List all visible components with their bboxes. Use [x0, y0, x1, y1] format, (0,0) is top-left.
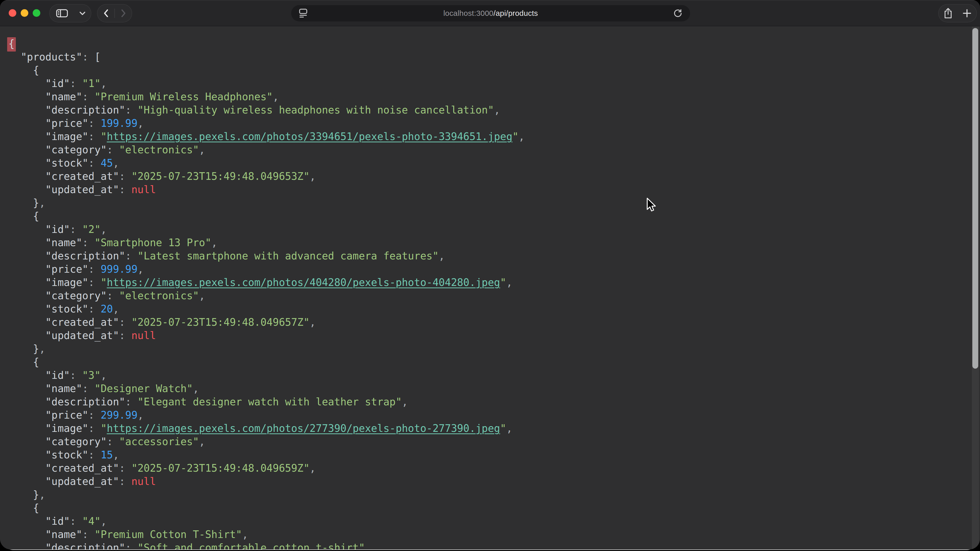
- share-icon: [944, 8, 952, 19]
- tab-group-chevron-button[interactable]: [74, 5, 91, 22]
- json-line: "name": "Designer Watch",: [8, 382, 525, 395]
- json-line: "description": "Soft and comfortable cot…: [8, 541, 525, 549]
- new-tab-button[interactable]: [958, 5, 976, 22]
- json-line: "created_at": "2025-07-23T15:49:48.04965…: [8, 462, 525, 475]
- json-token: "image": [45, 276, 89, 288]
- json-token: [8, 303, 45, 315]
- plus-icon: [963, 9, 971, 17]
- json-token: "category": [45, 436, 107, 448]
- json-token: {: [33, 356, 39, 368]
- json-token: "image": [45, 130, 89, 142]
- json-line: {: [8, 501, 525, 514]
- json-token: "Premium Wireless Headphones": [94, 91, 272, 103]
- json-token: [8, 104, 45, 116]
- forward-button[interactable]: [115, 5, 132, 22]
- json-line: "description": "Elegant designer watch w…: [8, 395, 525, 408]
- json-line: },: [8, 196, 525, 210]
- json-line: "name": "Premium Wireless Headphones",: [8, 90, 525, 103]
- image-url-link[interactable]: https://images.pexels.com/photos/3394651…: [107, 130, 512, 142]
- json-token: "2": [82, 224, 100, 235]
- minimize-button[interactable]: [21, 9, 28, 17]
- json-token: ": [500, 422, 506, 434]
- json-token: "category": [45, 290, 107, 302]
- json-token: [8, 263, 45, 275]
- json-token: [8, 197, 33, 209]
- json-token: ,: [199, 144, 205, 156]
- json-token: ,: [310, 316, 316, 328]
- json-token: :: [88, 449, 100, 461]
- json-token: ,: [113, 303, 119, 315]
- json-token: "created_at": [45, 462, 119, 474]
- reload-button[interactable]: [670, 5, 686, 21]
- json-token: [8, 502, 33, 514]
- json-line: "category": "electronics",: [8, 289, 525, 302]
- address-bar[interactable]: localhost:3000/api/products: [291, 5, 690, 21]
- json-token: [8, 78, 45, 89]
- json-token: "name": [45, 237, 83, 248]
- json-token: "name": [45, 529, 83, 540]
- mouse-cursor: [646, 197, 657, 212]
- json-token: [8, 356, 33, 368]
- json-line: {: [8, 210, 525, 223]
- json-token: "2025-07-23T15:49:48.049653Z": [131, 170, 310, 182]
- chevron-left-icon: [104, 10, 108, 17]
- json-token: ,: [192, 383, 199, 394]
- url-host: localhost:3000: [443, 9, 493, 17]
- json-token: }: [33, 489, 39, 500]
- fullscreen-button[interactable]: [33, 9, 40, 17]
- json-token: "Elegant designer watch with leather str…: [138, 396, 402, 408]
- json-token: [8, 515, 45, 527]
- json-token: :: [125, 396, 138, 408]
- json-token: "description": [45, 542, 125, 549]
- json-viewer: { "products": [ { "id": "1", "name": "Pr…: [0, 26, 980, 549]
- json-token: "description": [45, 104, 125, 116]
- json-line: "updated_at": null: [8, 475, 525, 488]
- back-button[interactable]: [97, 5, 115, 22]
- json-token: [8, 64, 33, 76]
- json-token: "id": [45, 78, 70, 89]
- json-token: [8, 157, 45, 169]
- json-token: [8, 330, 45, 341]
- json-token: "Designer Watch": [94, 383, 192, 394]
- json-line: "category": "accessories",: [8, 435, 525, 448]
- json-token: "stock": [45, 303, 89, 315]
- json-token: "price": [45, 263, 89, 275]
- json-token: [8, 118, 45, 129]
- json-token: [8, 184, 45, 195]
- json-line: "id": "2",: [8, 223, 525, 236]
- json-token: "2025-07-23T15:49:48.049659Z": [131, 462, 310, 474]
- json-token: [8, 91, 45, 103]
- browser-window: localhost:3000/api/products: [0, 0, 980, 549]
- json-token: [8, 462, 45, 474]
- json-token: ,: [113, 157, 119, 169]
- image-url-link[interactable]: https://images.pexels.com/photos/404280/…: [107, 276, 500, 288]
- json-token: "created_at": [45, 170, 119, 182]
- json-line: "stock": 15,: [8, 448, 525, 462]
- close-button[interactable]: [9, 9, 16, 17]
- share-button[interactable]: [939, 5, 957, 22]
- sidebar-toggle-button[interactable]: [50, 5, 74, 22]
- json-token: ,: [39, 197, 45, 209]
- image-url-link[interactable]: https://images.pexels.com/photos/277390/…: [107, 422, 500, 434]
- sidebar-icon: [56, 9, 68, 17]
- json-token: ,: [100, 515, 107, 527]
- json-token: 199.99: [100, 118, 138, 129]
- json-token: [8, 343, 33, 354]
- json-token: [8, 170, 45, 182]
- json-line: "created_at": "2025-07-23T15:49:48.04965…: [8, 170, 525, 183]
- toolbar: localhost:3000/api/products: [0, 0, 980, 26]
- json-line: },: [8, 488, 525, 501]
- json-token: ,: [100, 369, 107, 381]
- json-token: ": [100, 422, 107, 434]
- json-token: "stock": [45, 449, 89, 461]
- scrollbar-thumb[interactable]: [972, 28, 978, 368]
- json-token: }: [33, 343, 39, 354]
- json-line: "name": "Smartphone 13 Pro",: [8, 236, 525, 249]
- json-token: :: [107, 436, 119, 448]
- json-token: ,: [310, 462, 316, 474]
- json-token: ,: [138, 263, 144, 275]
- json-token: "High-quality wireless headphones with n…: [138, 104, 494, 116]
- json-line: {: [8, 355, 525, 368]
- json-token: [8, 529, 45, 540]
- json-token: :: [82, 237, 94, 248]
